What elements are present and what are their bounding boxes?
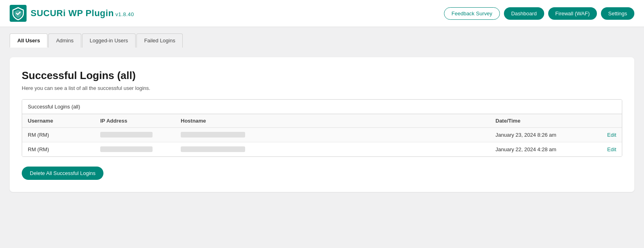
logo-area: SUCURi WP Pluginv1.8.40	[10, 5, 134, 22]
settings-button[interactable]: Settings	[601, 7, 634, 20]
col-username: Username	[28, 118, 100, 124]
table-section-label: Successful Logins (all)	[22, 100, 622, 114]
header-buttons: Feedback Survey Dashboard Firewall (WAF)…	[444, 7, 634, 20]
main-content: Successful Logins (all) Here you can see…	[0, 48, 644, 202]
delete-all-logins-button[interactable]: Delete All Successful Logins	[22, 167, 103, 180]
cell-hostname-2	[181, 146, 495, 152]
col-action	[584, 118, 616, 124]
tab-failed-logins[interactable]: Failed Logins	[136, 33, 183, 48]
logo-text: SUCURi WP Pluginv1.8.40	[31, 8, 134, 19]
table-column-headers: Username IP Address Hostname Date/Time	[22, 114, 622, 128]
cell-datetime-1: January 23, 2024 8:26 am	[495, 132, 584, 138]
card-title: Successful Logins (all)	[22, 69, 622, 82]
tab-all-users[interactable]: All Users	[10, 33, 47, 48]
logins-table: Successful Logins (all) Username IP Addr…	[22, 99, 622, 157]
sucuri-logo-icon	[10, 5, 27, 22]
col-datetime: Date/Time	[495, 118, 584, 124]
table-row: RM (RM) January 23, 2024 8:26 am Edit	[22, 128, 622, 142]
cell-username-1: RM (RM)	[28, 132, 100, 138]
cell-ip-1	[100, 132, 181, 138]
table-row: RM (RM) January 22, 2024 4:28 am Edit	[22, 142, 622, 156]
firewall-waf-button[interactable]: Firewall (WAF)	[548, 7, 597, 20]
col-ip-address: IP Address	[100, 118, 181, 124]
header: SUCURi WP Pluginv1.8.40 Feedback Survey …	[0, 0, 644, 27]
cell-ip-2	[100, 146, 181, 152]
tab-logged-in-users[interactable]: Logged-in Users	[82, 33, 136, 48]
dashboard-button[interactable]: Dashboard	[504, 7, 544, 20]
edit-link-1[interactable]: Edit	[584, 132, 616, 138]
cell-datetime-2: January 22, 2024 4:28 am	[495, 146, 584, 152]
tab-admins[interactable]: Admins	[48, 33, 81, 48]
card-subtitle: Here you can see a list of all the succe…	[22, 85, 622, 91]
feedback-survey-button[interactable]: Feedback Survey	[444, 7, 500, 20]
cell-username-2: RM (RM)	[28, 146, 100, 152]
tabs-bar: All Users Admins Logged-in Users Failed …	[0, 27, 644, 48]
card: Successful Logins (all) Here you can see…	[10, 57, 634, 192]
cell-hostname-1	[181, 132, 495, 138]
col-hostname: Hostname	[181, 118, 495, 124]
edit-link-2[interactable]: Edit	[584, 146, 616, 152]
